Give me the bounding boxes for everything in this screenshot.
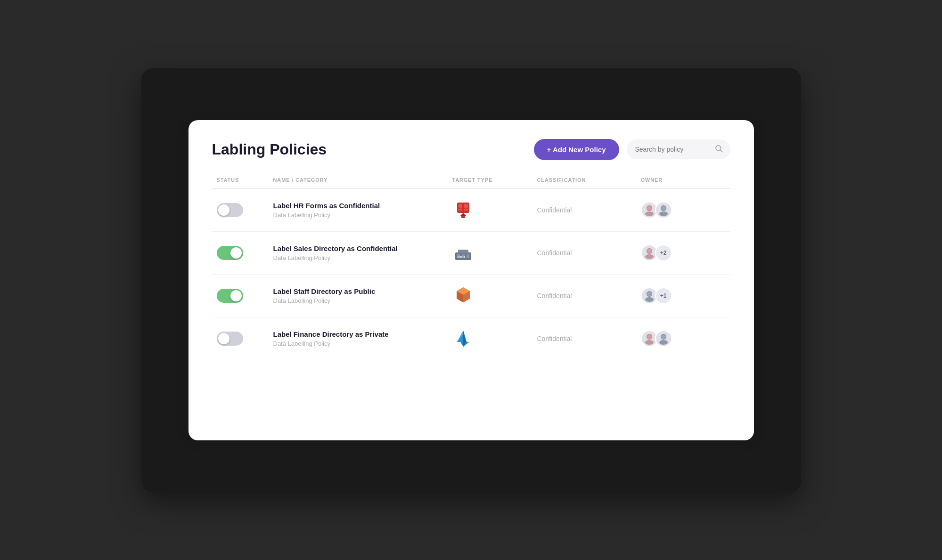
- owner-cell-4: [641, 330, 726, 347]
- svg-rect-3: [459, 204, 462, 208]
- classification-text-3: Confidential: [537, 292, 572, 300]
- search-icon: [714, 144, 723, 154]
- classification-1: Confidential: [537, 206, 641, 214]
- col-header-target: TARGET TYPE: [452, 177, 537, 183]
- toggle-knob-2: [230, 247, 242, 259]
- col-header-owner: OWNER: [641, 177, 726, 183]
- svg-rect-5: [459, 209, 462, 211]
- policy-category-4: Data Labelling Policy: [273, 340, 452, 347]
- table-row: Label Finance Directory as Private Data …: [212, 317, 730, 360]
- policy-name-4: Label Finance Directory as Private: [273, 330, 452, 338]
- header: Labling Policies + Add New Policy: [212, 139, 730, 160]
- toggle-wrapper-1: [217, 203, 273, 217]
- svg-rect-18: [467, 254, 469, 258]
- svg-point-39: [661, 334, 666, 339]
- policy-name-3: Label Staff Directory as Public: [273, 287, 452, 295]
- toggle-4[interactable]: [217, 332, 243, 346]
- policy-info-3: Label Staff Directory as Public Data Lab…: [273, 287, 452, 304]
- policy-category-3: Data Labelling Policy: [273, 297, 452, 304]
- svg-rect-8: [461, 216, 465, 218]
- svg-point-22: [645, 254, 654, 259]
- toggle-3[interactable]: [217, 289, 243, 303]
- svg-point-13: [659, 211, 668, 216]
- toggle-1[interactable]: [217, 203, 243, 217]
- col-header-status: STATUS: [217, 177, 273, 183]
- toggle-wrapper-3: [217, 289, 273, 303]
- svg-point-35: [645, 340, 654, 345]
- table-header: STATUS NAME / CATEGORY TARGET TYPE CLASS…: [212, 177, 730, 189]
- toggle-knob-4: [218, 333, 229, 344]
- aws-s3-icon: [453, 286, 473, 306]
- classification-text-4: Confidential: [537, 335, 572, 342]
- policy-info-2: Label Sales Directory as Confidential Da…: [273, 244, 452, 261]
- svg-point-10: [645, 211, 654, 216]
- avatar-male-1: [655, 202, 672, 219]
- classification-3: Confidential: [537, 292, 641, 300]
- target-icon-3: [452, 285, 474, 307]
- svg-line-1: [720, 150, 722, 152]
- classification-text-2: Confidential: [537, 249, 572, 257]
- main-card: Labling Policies + Add New Policy STATUS…: [188, 120, 754, 440]
- svg-point-11: [647, 206, 652, 211]
- toggle-wrapper-4: [217, 332, 273, 346]
- classification-4: Confidential: [537, 334, 641, 343]
- add-new-policy-button[interactable]: + Add New Policy: [534, 139, 619, 160]
- svg-point-38: [659, 340, 668, 345]
- owner-cell-2: +2: [641, 244, 726, 261]
- svg-point-23: [647, 249, 652, 253]
- search-box: [627, 139, 730, 159]
- policy-name-1: Label HR Forms as Confidential: [273, 202, 452, 210]
- policy-info-1: Label HR Forms as Confidential Data Labe…: [273, 202, 452, 219]
- svg-marker-7: [460, 213, 467, 216]
- toggle-knob-3: [230, 290, 242, 301]
- target-icon-1: [452, 199, 474, 221]
- classification-2: Confidential: [537, 249, 641, 257]
- toggle-knob-1: [218, 204, 229, 216]
- table-row: Label HR Forms as Confidential Data Labe…: [212, 189, 730, 232]
- policy-category-1: Data Labelling Policy: [273, 211, 452, 219]
- azure-icon: [453, 329, 473, 349]
- aws-redshift-icon: [453, 200, 473, 220]
- col-header-name: NAME / CATEGORY: [273, 177, 452, 183]
- avatar-extra-3: +1: [655, 287, 672, 304]
- table-row: Label Sales Directory as Confidential Da…: [212, 232, 730, 275]
- outer-frame: Labling Policies + Add New Policy STATUS…: [141, 68, 801, 492]
- svg-rect-4: [464, 204, 468, 208]
- svg-point-29: [645, 297, 654, 302]
- avatar-male-4: [655, 330, 672, 347]
- svg-rect-19: [458, 250, 468, 253]
- owner-cell-3: +1: [641, 287, 726, 304]
- header-right: + Add New Policy: [534, 139, 730, 160]
- target-icon-4: [452, 328, 474, 349]
- search-input[interactable]: [635, 146, 711, 153]
- policy-category-2: Data Labelling Policy: [273, 254, 452, 261]
- svg-rect-6: [464, 209, 468, 211]
- toggle-wrapper-2: [217, 246, 273, 260]
- owner-cell-1: [641, 202, 726, 219]
- toggle-2[interactable]: [217, 246, 243, 260]
- svg-point-14: [661, 206, 666, 211]
- target-icon-2: SMB: [452, 242, 474, 264]
- col-header-classification: CLASSIFICATION: [537, 177, 641, 183]
- classification-text-1: Confidential: [537, 206, 572, 214]
- svg-text:SMB: SMB: [458, 255, 465, 259]
- policy-info-4: Label Finance Directory as Private Data …: [273, 330, 452, 347]
- table-row: Label Staff Directory as Public Data Lab…: [212, 275, 730, 317]
- svg-point-30: [647, 292, 652, 296]
- svg-point-36: [647, 334, 652, 339]
- smb-icon: SMB: [453, 243, 473, 263]
- page-title: Labling Policies: [212, 141, 327, 158]
- avatar-extra-2: +2: [655, 244, 672, 261]
- policy-name-2: Label Sales Directory as Confidential: [273, 244, 452, 252]
